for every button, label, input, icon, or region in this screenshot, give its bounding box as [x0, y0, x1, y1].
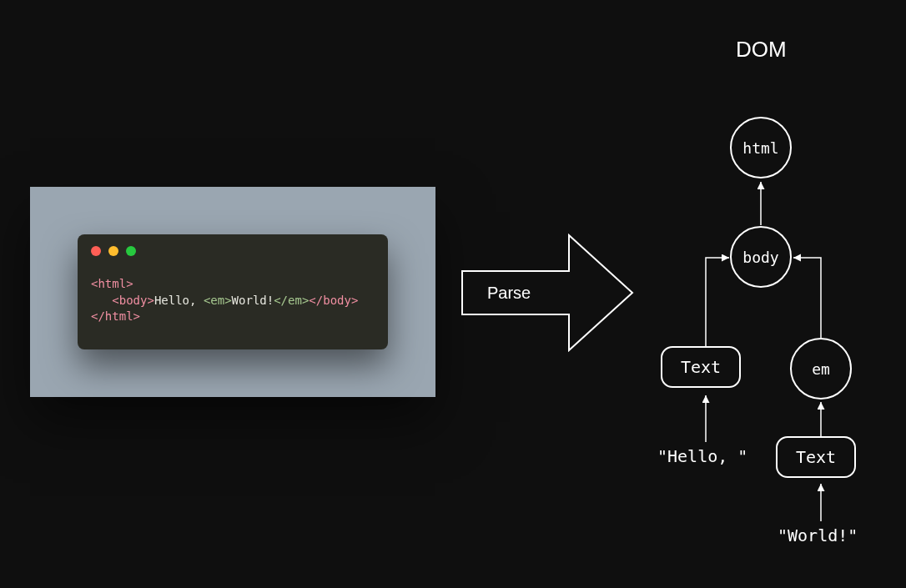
html-open-tag: <html> — [91, 277, 133, 290]
node-world-value: "World!" — [778, 525, 858, 545]
dom-tree: html body Text em "Hello, " Text "World!… — [642, 108, 893, 575]
node-text-1: Text — [661, 346, 741, 388]
node-hello-value: "Hello, " — [657, 446, 747, 466]
node-em: em — [790, 338, 852, 400]
body-close-tag: </body> — [309, 294, 358, 307]
dom-title: DOM — [736, 37, 787, 63]
text-hello: Hello, — [154, 294, 204, 307]
window-traffic-lights — [91, 246, 375, 256]
node-text-2: Text — [776, 436, 856, 478]
text-world: World! — [232, 294, 274, 307]
em-close-tag: </em> — [274, 294, 309, 307]
node-label: em — [812, 360, 830, 378]
tree-edges — [642, 108, 893, 575]
zoom-icon — [126, 246, 136, 256]
em-open-tag: <em> — [204, 294, 232, 307]
indent — [91, 294, 112, 307]
node-label: Text — [796, 447, 836, 467]
code-block: <html> <body>Hello, <em>World!</em></bod… — [91, 276, 375, 325]
code-panel-background: <html> <body>Hello, <em>World!</em></bod… — [30, 187, 435, 397]
parse-label: Parse — [487, 284, 531, 303]
minimize-icon — [108, 246, 118, 256]
close-icon — [91, 246, 101, 256]
body-open-tag: <body> — [112, 294, 154, 307]
node-label: html — [742, 139, 778, 157]
code-window: <html> <body>Hello, <em>World!</em></bod… — [78, 234, 388, 349]
node-html: html — [730, 117, 792, 178]
node-label: body — [742, 249, 778, 266]
node-body: body — [730, 226, 792, 288]
node-label: Text — [681, 357, 721, 377]
html-close-tag: </html> — [91, 309, 140, 323]
